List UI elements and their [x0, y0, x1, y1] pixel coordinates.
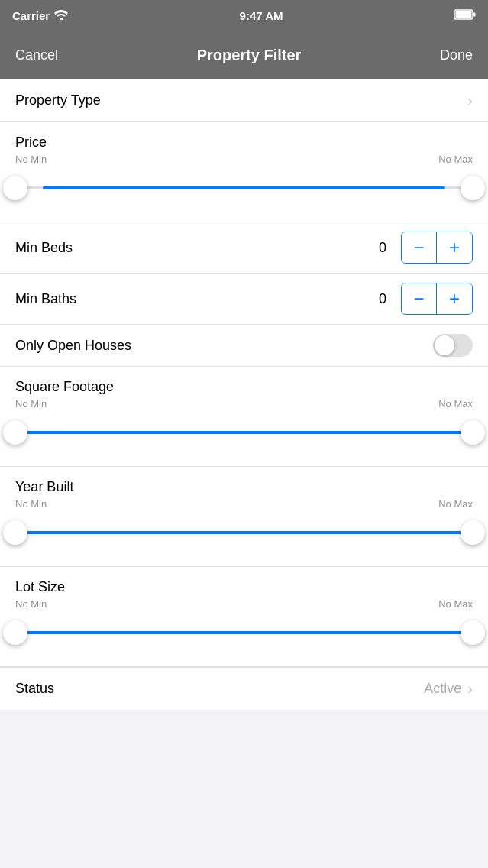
lot-size-slider[interactable] — [15, 614, 473, 651]
min-beds-stepper: − + — [401, 232, 473, 264]
status-value: Active — [424, 681, 461, 697]
square-footage-title: Square Footage — [15, 379, 473, 395]
price-slider[interactable] — [15, 170, 473, 206]
toggle-knob — [435, 335, 454, 355]
svg-rect-2 — [455, 11, 471, 18]
min-baths-increment-button[interactable]: + — [437, 283, 472, 314]
open-houses-row: Only Open Houses — [0, 325, 488, 367]
status-label: Status — [15, 681, 54, 697]
year-built-max-label: No Max — [438, 498, 473, 510]
nav-bar: Cancel Property Filter Done — [0, 31, 488, 79]
done-button[interactable]: Done — [437, 41, 476, 70]
year-built-section: Year Built No Min No Max — [0, 467, 488, 567]
min-baths-right: 0 − + — [373, 283, 473, 315]
square-footage-slider-fill — [15, 431, 473, 434]
open-houses-label: Only Open Houses — [15, 338, 131, 354]
price-range-labels: No Min No Max — [15, 154, 473, 165]
lot-size-slider-thumb-max[interactable] — [461, 620, 485, 645]
square-footage-section: Square Footage No Min No Max — [0, 367, 488, 467]
min-beds-value: 0 — [373, 240, 392, 256]
lot-size-slider-track — [15, 631, 473, 634]
min-baths-decrement-button[interactable]: − — [402, 283, 437, 314]
lot-size-min-label: No Min — [15, 598, 47, 610]
year-built-slider-fill — [15, 531, 473, 534]
status-bar-right — [454, 9, 476, 22]
status-bar-time: 9:47 AM — [240, 9, 283, 22]
square-footage-slider-track — [15, 431, 473, 434]
price-slider-track — [15, 186, 473, 189]
lot-size-range-labels: No Min No Max — [15, 598, 473, 610]
property-type-chevron: › — [467, 92, 473, 109]
price-title: Price — [15, 134, 473, 151]
price-slider-fill — [43, 186, 445, 189]
square-footage-slider-thumb-max[interactable] — [461, 420, 485, 445]
nav-title: Property Filter — [197, 47, 302, 64]
cancel-button[interactable]: Cancel — [12, 41, 61, 70]
square-footage-max-label: No Max — [438, 398, 473, 410]
year-built-title: Year Built — [15, 479, 473, 495]
price-section: Price No Min No Max — [0, 122, 488, 222]
square-footage-slider[interactable] — [15, 414, 473, 451]
price-max-label: No Max — [438, 154, 473, 165]
lot-size-max-label: No Max — [438, 598, 473, 610]
svg-point-0 — [60, 18, 63, 20]
price-slider-thumb-min[interactable] — [3, 176, 27, 200]
lot-size-section: Lot Size No Min No Max — [0, 567, 488, 667]
square-footage-range-labels: No Min No Max — [15, 398, 473, 410]
square-footage-slider-thumb-min[interactable] — [3, 420, 27, 445]
status-bar-left: Carrier — [12, 9, 68, 22]
lot-size-slider-fill — [15, 631, 473, 634]
price-slider-thumb-max[interactable] — [461, 176, 485, 200]
status-bar: Carrier 9:47 AM — [0, 0, 488, 31]
min-beds-decrement-button[interactable]: − — [402, 232, 437, 263]
min-baths-stepper: − + — [401, 283, 473, 315]
min-beds-row: Min Beds 0 − + — [0, 222, 488, 274]
lot-size-slider-thumb-min[interactable] — [3, 620, 27, 645]
year-built-slider-thumb-max[interactable] — [461, 520, 485, 545]
year-built-slider-thumb-min[interactable] — [3, 520, 27, 545]
open-houses-toggle[interactable] — [433, 334, 473, 357]
min-baths-label: Min Baths — [15, 291, 76, 307]
min-beds-increment-button[interactable]: + — [437, 232, 472, 263]
svg-rect-3 — [473, 12, 475, 16]
wifi-icon — [54, 9, 68, 22]
lot-size-title: Lot Size — [15, 579, 473, 595]
year-built-range-labels: No Min No Max — [15, 498, 473, 510]
min-baths-row: Min Baths 0 − + — [0, 274, 488, 325]
year-built-slider[interactable] — [15, 514, 473, 551]
min-baths-value: 0 — [373, 291, 392, 307]
battery-icon — [454, 9, 476, 22]
carrier-label: Carrier — [12, 9, 50, 22]
status-right: Active › — [424, 680, 473, 698]
property-type-row[interactable]: Property Type › — [0, 79, 488, 122]
year-built-min-label: No Min — [15, 498, 47, 510]
min-beds-right: 0 − + — [373, 232, 473, 264]
square-footage-min-label: No Min — [15, 398, 47, 410]
status-row[interactable]: Status Active › — [0, 667, 488, 710]
min-beds-label: Min Beds — [15, 240, 73, 256]
property-type-label: Property Type — [15, 92, 101, 108]
year-built-slider-track — [15, 531, 473, 534]
price-min-label: No Min — [15, 154, 47, 165]
content: Property Type › Price No Min No Max Min … — [0, 79, 488, 710]
status-chevron: › — [467, 680, 473, 698]
